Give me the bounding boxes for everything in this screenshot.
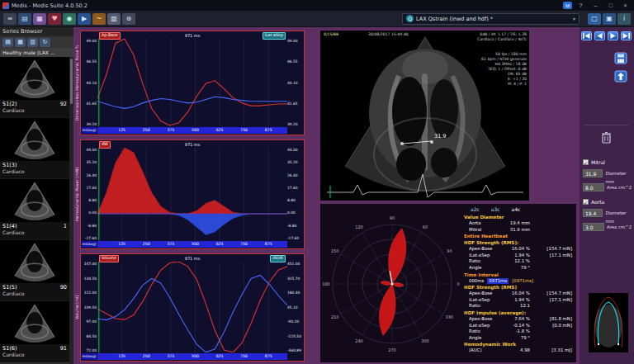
measure-section-title: HDF Strength (RMS) <box>464 284 574 291</box>
contour-overview-thumbnail[interactable] <box>589 293 628 352</box>
previous-frame-button[interactable] <box>594 31 605 40</box>
series-thumbnail-item[interactable]: S1(3) Cardíaco <box>0 118 69 179</box>
maximize-icon[interactable]: □ <box>604 1 617 10</box>
axis-tick-label: 41.65 <box>82 102 97 106</box>
cine-play-icon[interactable]: ▶ <box>78 13 91 25</box>
info-icon[interactable]: i <box>617 13 631 25</box>
axis-tick-label: 35.20 <box>82 160 97 164</box>
measure-row: iLat-aSep1.94 %[17.1 mN] <box>464 253 574 259</box>
y-axis-ticks-left: 44.0035.2026.4017.608.800.00-8.80-17.60 <box>82 148 97 240</box>
x-tick-label: 375 <box>167 241 174 248</box>
chart-plot-area[interactable] <box>97 39 287 126</box>
hdf-force-chart: Dimensionless Hemodynamic Force % Ap:Bas… <box>80 31 305 135</box>
aorta-area-input[interactable]: 3.0 <box>583 223 604 231</box>
ultrasound-viewport[interactable]: 0/15/BB 30/08/2017 15:49.40 0dB / iM: 1.… <box>320 31 529 201</box>
measure-row: (AUC)4.98[3.31 mJ] <box>464 347 574 354</box>
series-list: S1(2)92 Cardíaco S1(3) Cardíaco S1(4)1 C… <box>0 57 69 364</box>
measure-section-title: Entire Heartbeat <box>464 233 574 239</box>
polar-angle-label: 30 <box>447 248 452 253</box>
report-icon[interactable]: ▥ <box>107 13 121 25</box>
preset-label: LAX Qstrain (inwd and hdf) * <box>416 16 570 22</box>
divider <box>584 125 629 125</box>
x-axis-unit-badge: ms(avg) <box>82 127 97 134</box>
axis-tick-label: 8.80 <box>82 198 97 202</box>
close-icon[interactable]: × <box>619 1 632 10</box>
x-tick-label: 500 <box>192 353 199 360</box>
series-name: S1(2) <box>2 101 17 107</box>
study-selector[interactable]: Healthy male (LAX ... <box>0 48 73 57</box>
y-axis-ticks-right: 451.00315.70180.4045.10-90.20-225.50-360… <box>287 262 303 352</box>
minimize-icon[interactable]: – <box>589 1 602 10</box>
area-unit-label: Area cm^2 <box>607 183 632 191</box>
measure-row: Apex-Base16.04 %[154.7 mN] <box>464 246 574 253</box>
axis-tick-label: 84.50 <box>82 334 97 338</box>
axis-tick-label: 49.00 <box>287 39 303 43</box>
split-view-icon[interactable]: ▣ <box>603 13 616 25</box>
refresh-icon[interactable]: ↻ <box>40 38 50 47</box>
x-tick-label: 750 <box>240 127 248 134</box>
next-frame-button[interactable] <box>608 31 618 40</box>
aorta-diameter-input[interactable]: 19.4 <box>583 209 603 217</box>
series-thumbnail-item[interactable]: S1(2)92 Cardíaco <box>0 57 69 118</box>
polar-angle-label: 60 <box>423 225 428 229</box>
x-tick-label: 375 <box>167 127 174 134</box>
axis-tick-label: 122.00 <box>82 291 97 295</box>
menu-icon[interactable]: ≡ <box>3 13 17 25</box>
thumbnail-view-icon[interactable]: ▦ <box>15 38 26 47</box>
view-tab-a2c[interactable]: a2c <box>471 206 480 212</box>
aorta-checkbox[interactable]: ✓Aorta <box>583 199 604 205</box>
x-tick-label: 625 <box>216 353 224 360</box>
series-thumbnail-item[interactable]: S1(4)1 Cardíaco <box>0 179 69 240</box>
qstrain-icon: Q <box>406 15 414 22</box>
axis-tick-label: -360.89 <box>287 348 303 352</box>
help-icon[interactable]: ? <box>575 1 587 10</box>
heart-model-icon[interactable]: ♥ <box>48 13 61 25</box>
snapshot-icon[interactable]: ◉ <box>63 13 76 25</box>
mitral-area-input[interactable]: 8.0 <box>583 183 604 191</box>
measure-section-title: Value Diameter <box>464 214 574 220</box>
series-thumbnail-item[interactable]: S1(6)91 Cardíaco <box>0 301 69 362</box>
series-frame-count: 1 <box>64 223 67 229</box>
view-tab-a3c[interactable]: a3c <box>491 206 500 212</box>
first-frame-button[interactable] <box>581 31 592 40</box>
save-analysis-icon[interactable] <box>614 52 627 64</box>
x-tick-label: 750 <box>240 353 248 360</box>
chart-plot-area[interactable] <box>97 262 287 352</box>
series-thumbnail-item[interactable]: S1(5)90 Cardíaco <box>0 240 69 301</box>
tree-view-icon[interactable]: ▥ <box>27 38 38 47</box>
mitral-diameter-input[interactable]: 31.9 <box>583 169 603 177</box>
settings-icon[interactable]: ⊕ <box>122 13 135 25</box>
list-view-icon[interactable]: ▤ <box>2 38 13 47</box>
series-frame-count: 91 <box>60 345 67 352</box>
series-thumbnail-image <box>0 240 69 283</box>
y-axis-label: Volume [ml] <box>73 254 81 361</box>
measure-row: Mitral31.9 mm <box>464 227 574 234</box>
delete-contours-icon[interactable] <box>601 131 612 144</box>
polar-angle-label: 90 <box>390 215 395 220</box>
axis-tick-label: 8.80 <box>287 198 303 202</box>
measure-row: Angle79 ° <box>464 335 574 342</box>
view-tab-a4c[interactable]: a4c <box>512 206 521 212</box>
x-axis-bar: ms(avg)125250375500625750875 <box>97 241 287 248</box>
last-frame-button[interactable] <box>621 31 632 40</box>
polar-angle-label: 0 <box>457 281 459 286</box>
export-report-icon[interactable] <box>614 70 627 83</box>
analysis-preset-dropdown[interactable]: Q LAX Qstrain (inwd and hdf) * ▾ <box>402 13 580 25</box>
film-strip-icon[interactable]: ▦ <box>33 13 46 25</box>
series-badge-apex-base: Ap:Base <box>99 32 121 40</box>
series-frame-count: 92 <box>60 101 67 107</box>
scrollbar-thumb[interactable] <box>70 59 73 104</box>
medis-hub-icon[interactable]: M <box>563 2 572 9</box>
screen-layout-icon[interactable]: ▢ <box>588 13 601 25</box>
medis-logo-icon <box>2 2 9 9</box>
y-axis-label: Hemodynamic Power [mW] <box>73 140 81 248</box>
mitral-checkbox[interactable]: ✓Mitral <box>583 159 605 165</box>
analysis-curves-icon[interactable]: ~ <box>92 13 106 25</box>
chart-plot-area[interactable] <box>97 148 287 240</box>
axis-tick-label: 35.20 <box>287 160 303 164</box>
measure-section-title: Time Interval <box>464 272 574 278</box>
x-tick-label: 250 <box>143 241 150 248</box>
us-info-block: 50 fps / 180 mm61 bpm / NTHI generaleH4.… <box>481 52 527 87</box>
frame-counter: 0/15/BB <box>324 32 338 37</box>
patient-browser-icon[interactable]: ▤ <box>18 13 31 25</box>
